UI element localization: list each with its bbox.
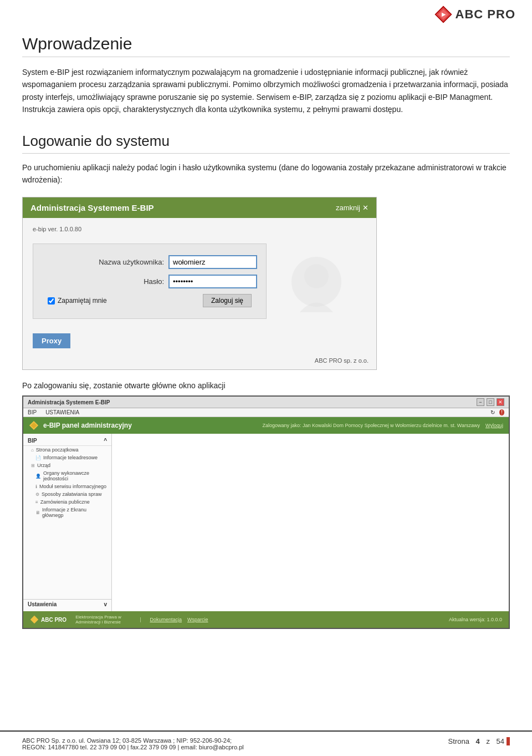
sidebar-item-label: Strona początkowa <box>36 447 79 453</box>
sidebar-item-label: Moduł serwisu informacyjnego <box>39 484 106 489</box>
login-footer-text: ABC PRO sp. z o.o. <box>315 357 369 364</box>
page-of: z <box>486 737 490 745</box>
sidebar-footer-collapse-icon[interactable]: v <box>104 601 107 607</box>
proxy-button[interactable]: Proxy <box>33 333 70 348</box>
app-titlebar: Administracja Systemem E-BIP − □ ✕ <box>23 397 509 408</box>
footer-logo-icon <box>30 615 39 624</box>
app-body: BIP ^ ⌂ Strona początkowa 📄 Informacje t… <box>23 434 509 611</box>
close-window-button[interactable]: ✕ <box>497 398 504 406</box>
section2-title: Logowanie do systemu <box>22 133 510 154</box>
app-footer-version: Aktualna wersja: 1.0.0.0 <box>449 617 502 622</box>
menu-item-bip[interactable]: BIP <box>28 409 37 415</box>
sidebar-item-strona[interactable]: ⌂ Strona początkowa <box>23 446 111 454</box>
footer-company-text: Elektronizacja Prawa w Administracji i B… <box>75 615 131 625</box>
home-icon: ⌂ <box>31 448 34 453</box>
page-number-display: Strona 4 z 54 <box>448 737 510 745</box>
section1-paragraph: System e-BIP jest rozwiązaniem informaty… <box>22 66 510 116</box>
login-dialog-title: Administracja Systemem E-BIP <box>30 203 154 212</box>
username-input[interactable] <box>168 255 257 269</box>
maximize-button[interactable]: □ <box>487 398 494 406</box>
login-close-button[interactable]: zamknij ✕ <box>336 204 369 212</box>
deco-image <box>278 251 355 329</box>
app-window-controls: − □ ✕ <box>477 398 504 406</box>
sidebar-item-teleadresowe[interactable]: 📄 Informacje teleadresowe <box>23 454 111 461</box>
footer-divider: | <box>140 617 141 622</box>
logo-icon: ▶ <box>434 6 452 23</box>
footer-link-support[interactable]: Wsparcie <box>187 617 208 622</box>
sidebar-section-label: BIP <box>28 438 37 444</box>
login-form-inner: Nazwa użytkownika: Hasło: Zapamiętaj mni… <box>33 243 267 319</box>
sidebar-item-sposoby[interactable]: ⚙ Sposoby załatwiania spraw <box>23 490 111 498</box>
sidebar-item-label: Urząd <box>37 463 50 468</box>
toolbar-icon-refresh[interactable]: ↻ <box>490 409 495 415</box>
login-footer: ABC PRO sp. z o.o. <box>23 354 376 369</box>
remember-checkbox[interactable] <box>48 297 55 305</box>
app-sidebar: BIP ^ ⌂ Strona początkowa 📄 Informacje t… <box>23 434 112 611</box>
section1-title: Wprowadzenie <box>22 34 510 57</box>
sidebar-item-label: Informacje teleadresowe <box>43 455 98 460</box>
password-label: Hasło: <box>144 277 164 286</box>
page-label: Strona <box>448 737 469 745</box>
info-icon: ℹ <box>35 484 37 489</box>
footer-page-info: Strona 4 z 54 <box>448 737 510 745</box>
section2-intro: Po uruchomieniu aplikacji należy podać l… <box>22 161 510 186</box>
screen-icon: 🖥 <box>35 510 40 515</box>
sidebar-item-organy[interactable]: 👤 Organy wykonawcze jednostości <box>23 469 111 483</box>
svg-marker-7 <box>30 616 38 623</box>
login-image-area <box>267 226 366 354</box>
remember-row: Zapamiętaj mnie Zaloguj się <box>42 294 257 307</box>
toolbar-icon-info[interactable]: ! <box>499 409 504 415</box>
sidebar-tree: ⌂ Strona początkowa 📄 Informacje teleadr… <box>23 446 111 522</box>
app-menubar: BIP USTAWIENIA ↻ ! <box>23 408 509 417</box>
folder-icon: ⊞ <box>31 463 35 468</box>
login-form-bottom: Proxy <box>33 326 267 354</box>
minimize-button[interactable]: − <box>477 398 484 406</box>
sidebar-item-informacje[interactable]: 🖥 Informacje z Ekranu głównegp <box>23 506 111 519</box>
sidebar-item-zamowienia[interactable]: ≡ Zamówienia publiczne <box>23 498 111 506</box>
page-header: ▶ ABC PRO <box>0 0 532 23</box>
logo-area: ▶ ABC PRO <box>434 6 515 23</box>
sidebar-item-label: Organy wykonawcze jednostości <box>43 470 107 481</box>
page-total: 54 <box>497 737 504 745</box>
sidebar-section-header: BIP ^ <box>23 436 111 446</box>
footer-logo-text: ABC PRO <box>41 617 66 623</box>
password-row: Hasło: <box>42 275 257 288</box>
sidebar-item-urzad[interactable]: ⊞ Urząd <box>23 461 111 469</box>
sidebar-item-label: Zamówienia publiczne <box>40 499 90 505</box>
app-window-title: Administracja Systemem E-BIP <box>28 399 110 405</box>
remember-text: Zapamiętaj mnie <box>58 297 107 305</box>
sidebar-collapse-icon[interactable]: ^ <box>104 438 107 444</box>
sidebar-item-modul[interactable]: ℹ Moduł serwisu informacyjnego <box>23 483 111 490</box>
remember-label[interactable]: Zapamiętaj mnie <box>48 297 107 305</box>
sidebar-wrapper: BIP ^ ⌂ Strona początkowa 📄 Informacje t… <box>23 436 111 609</box>
footer-line1: ABC PRO Sp. z o.o. ul. Owsiana 12; 03-82… <box>22 737 244 744</box>
page-number: 4 <box>476 737 480 745</box>
login-form-area: e-bip ver. 1.0.0.80 Nazwa użytkownika: H… <box>33 226 267 354</box>
menu-item-ustawienia[interactable]: USTAWIENIA <box>45 409 79 415</box>
app-toolbar-right: Zalogowany jako: Jan Kowalski Dom Pomocy… <box>262 423 503 428</box>
password-input[interactable] <box>168 275 257 288</box>
toolbar-logout-button[interactable]: Wyloguj <box>485 423 503 428</box>
sidebar-item-label: Informacje z Ekranu głównegp <box>42 507 107 518</box>
ebip-logo-icon <box>29 420 39 430</box>
app-footer-logo: ABC PRO <box>30 615 66 624</box>
app-toolbar-title: e-BIP panel administracyjny <box>43 422 132 429</box>
username-label: Nazwa użytkownika: <box>99 258 164 266</box>
app-window-screenshot: Administracja Systemem E-BIP − □ ✕ BIP U… <box>22 395 510 629</box>
footer-link-docs[interactable]: Dokumentacja <box>150 617 182 622</box>
red-bar-decoration <box>507 737 510 745</box>
gear-icon: ⚙ <box>35 492 39 497</box>
login-body: e-bip ver. 1.0.0.80 Nazwa użytkownika: H… <box>23 218 376 354</box>
footer-contact: ABC PRO Sp. z o.o. ul. Owsiana 12; 03-82… <box>22 737 244 750</box>
login-titlebar: Administracja Systemem E-BIP zamknij ✕ <box>23 197 376 218</box>
version-text: e-bip ver. 1.0.0.80 <box>33 226 267 232</box>
sidebar-footer-section: Ustawienia v <box>23 599 111 609</box>
close-icon: ✕ <box>362 204 369 212</box>
page-footer: ABC PRO Sp. z o.o. ul. Owsiana 12; 03-82… <box>0 730 532 756</box>
sidebar-footer-label: Ustawienia <box>28 601 57 607</box>
doc-icon: 📄 <box>35 455 41 460</box>
list-icon: ≡ <box>35 500 38 505</box>
app-toolbar: e-BIP panel administracyjny Zalogowany j… <box>23 417 509 434</box>
login-button[interactable]: Zaloguj się <box>203 294 252 307</box>
after-login-text: Po zalogowaniu się, zostanie otwarte głó… <box>22 381 510 390</box>
